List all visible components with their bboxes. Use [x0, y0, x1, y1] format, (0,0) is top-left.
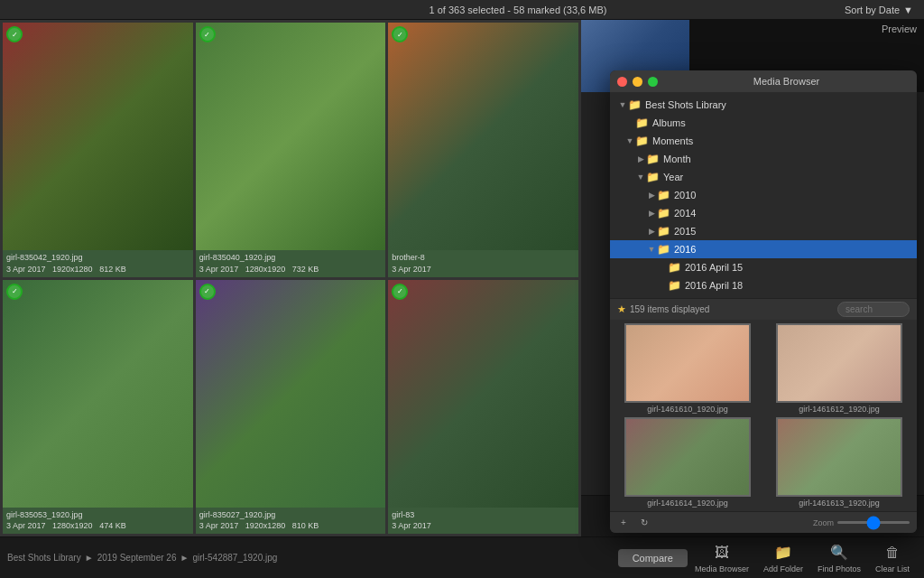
folder-icon: 📁 [668, 279, 681, 292]
thumb-image [624, 323, 751, 403]
tree-label: Albums [652, 117, 686, 128]
photo-thumbnail: ✓ [196, 23, 386, 250]
photo-filename: girl-835027_1920.jpg [199, 509, 383, 521]
minimize-button[interactable] [633, 77, 642, 87]
folder-icon: 📁 [646, 153, 660, 165]
photo-meta: 3 Apr 2017 [392, 520, 575, 532]
chevron-icon: ▼ [646, 245, 657, 254]
clear-list-button[interactable]: 🗑 Clear List [875, 543, 910, 573]
table-row[interactable]: ✓ girl-835040_1920.jpg 3 Apr 2017 1280x1… [196, 23, 386, 277]
chevron-icon: ▶ [635, 154, 646, 163]
breadcrumb-separator: ► [180, 553, 189, 563]
tree-label: 2016 April 18 [685, 280, 743, 291]
sort-control[interactable]: Sort by Date ▼ [845, 5, 913, 15]
add-folder-button[interactable]: 📁 Add Folder [763, 543, 803, 573]
bottom-toolbar: Best Shots Library ► 2019 September 26 ►… [0, 536, 924, 578]
photo-filename: girl-835053_1920.jpg [6, 509, 189, 521]
clear-list-icon: 🗑 [882, 543, 902, 563]
close-button[interactable] [617, 77, 627, 87]
clear-list-label: Clear List [875, 564, 910, 573]
tree-item-moments[interactable]: ▼ 📁 Moments [610, 132, 917, 150]
media-browser-button[interactable]: 🖼 Media Browser [695, 543, 749, 573]
tree-panel: ▼ 📁 Best Shots Library 📁 Albums ▼ 📁 Mome… [610, 92, 917, 298]
search-input[interactable] [837, 302, 910, 317]
folder-icon: 📁 [657, 225, 670, 238]
media-browser-status-bar: ★ 159 items displayed [610, 298, 917, 320]
folder-icon: 📁 [657, 243, 670, 256]
folder-icon: 📁 [657, 207, 670, 219]
list-item[interactable]: girl-1461614_1920.jpg [614, 417, 762, 508]
tree-label: Best Shots Library [645, 99, 726, 110]
tree-item-month[interactable]: ▶ 📁 Month [610, 150, 917, 168]
tree-label: Month [663, 154, 691, 164]
tree-item-2010[interactable]: ▶ 📁 2010 [610, 186, 917, 204]
list-item[interactable]: girl-1461613_1920.jpg [765, 417, 913, 508]
tree-item-2016[interactable]: ▼ 📁 2016 [610, 240, 917, 258]
tree-label: Year [663, 172, 683, 182]
tree-label: 2014 [674, 208, 696, 219]
media-browser-panel: Media Browser ▼ 📁 Best Shots Library 📁 A… [610, 70, 917, 533]
photo-badge: ✓ [6, 26, 23, 42]
breadcrumb-item: girl-542887_1920.jpg [192, 553, 277, 563]
media-browser-icon: 🖼 [712, 543, 732, 563]
photo-badge: ✓ [6, 284, 23, 300]
photo-filename: girl-835040_1920.jpg [199, 252, 383, 264]
photo-meta: 3 Apr 2017 1920x1280 812 KB [6, 264, 189, 275]
thumb-filename: girl-1461612_1920.jpg [799, 405, 880, 414]
maximize-button[interactable] [648, 77, 658, 87]
breadcrumb-separator: ► [85, 553, 94, 563]
top-status-bar: 1 of 363 selected - 58 marked (33,6 MB) … [0, 0, 924, 20]
tree-item-2014[interactable]: ▶ 📁 2014 [610, 204, 917, 222]
table-row[interactable]: ✓ girl-835027_1920.jpg 3 Apr 2017 1920x1… [196, 280, 386, 535]
find-photos-icon: 🔍 [829, 543, 849, 563]
table-row[interactable]: ✓ brother-8 3 Apr 2017 [388, 23, 578, 277]
tree-item-2016-apr18[interactable]: 📁 2016 April 18 [610, 276, 917, 294]
photo-filename: girl-83 [392, 509, 575, 521]
photo-badge: ✓ [199, 26, 216, 42]
folder-icon: 📁 [668, 261, 681, 274]
preview-label: Preview [882, 23, 917, 34]
list-item[interactable]: girl-1461610_1920.jpg [614, 323, 762, 414]
folder-icon: 📁 [646, 171, 660, 183]
photo-thumbnail: ✓ [3, 280, 193, 508]
tree-item-2015[interactable]: ▶ 📁 2015 [610, 222, 917, 240]
tree-label: Moments [652, 135, 693, 146]
compare-button[interactable]: Compare [618, 549, 688, 567]
chevron-icon: ▶ [646, 227, 657, 236]
photo-thumbnail: ✓ [3, 23, 193, 250]
thumb-image [776, 417, 902, 497]
photo-filename: girl-835042_1920.jpg [6, 252, 189, 264]
folder-icon: 📁 [657, 189, 670, 201]
photo-meta: 3 Apr 2017 1280x1920 732 KB [199, 264, 383, 275]
table-row[interactable]: ✓ girl-835042_1920.jpg 3 Apr 2017 1920x1… [3, 23, 193, 277]
main-area: ✓ girl-835042_1920.jpg 3 Apr 2017 1920x1… [0, 20, 924, 536]
photo-info: brother-8 3 Apr 2017 [388, 250, 578, 276]
tree-item-albums[interactable]: 📁 Albums [610, 114, 917, 132]
chevron-icon: ▶ [646, 209, 657, 218]
photo-badge: ✓ [392, 26, 408, 42]
tree-label: 2016 April 15 [685, 262, 743, 273]
add-button[interactable]: + [617, 516, 630, 529]
media-browser-label: Media Browser [695, 564, 749, 573]
list-item[interactable]: girl-1461612_1920.jpg [765, 323, 913, 414]
zoom-slider[interactable] [837, 521, 910, 524]
table-row[interactable]: ✓ girl-835053_1920.jpg 3 Apr 2017 1280x1… [3, 280, 193, 535]
tree-item-2016-apr15[interactable]: 📁 2016 April 15 [610, 258, 917, 276]
photo-info: girl-835042_1920.jpg 3 Apr 2017 1920x128… [3, 250, 193, 276]
find-photos-button[interactable]: 🔍 Find Photos [818, 543, 861, 573]
tree-item-year[interactable]: ▼ 📁 Year [610, 168, 917, 186]
photo-thumbnail: ✓ [388, 280, 578, 508]
tree-item-library[interactable]: ▼ 📁 Best Shots Library [610, 96, 917, 114]
tool-buttons: 🖼 Media Browser 📁 Add Folder 🔍 Find Phot… [695, 543, 917, 573]
photo-badge: ✓ [392, 284, 408, 300]
chevron-icon: ▼ [617, 100, 628, 109]
thumbnail-grid: girl-1461610_1920.jpg girl-1461612_1920.… [610, 320, 917, 511]
items-count: 159 items displayed [630, 304, 709, 314]
chevron-icon: ▶ [646, 191, 657, 200]
photo-filename: brother-8 [392, 252, 575, 264]
chevron-icon: ▼ [624, 136, 635, 145]
refresh-button[interactable]: ↻ [637, 516, 651, 529]
table-row[interactable]: ✓ girl-83 3 Apr 2017 [388, 280, 578, 535]
right-panel: Preview Media Browser ▼ 📁 Best Shots Lib… [581, 20, 924, 536]
tree-label: 2016 [674, 244, 696, 255]
